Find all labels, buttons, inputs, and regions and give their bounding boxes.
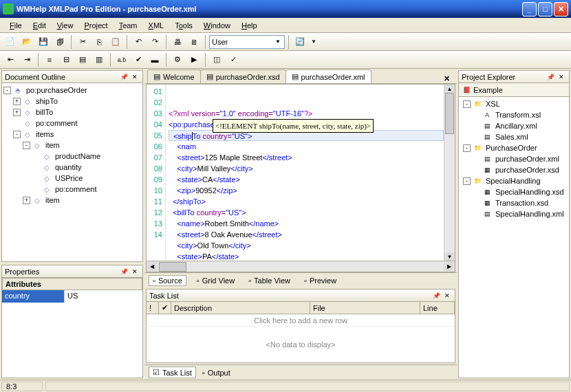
expand-icon[interactable]: - [463, 100, 471, 108]
menu-file[interactable]: File [4, 20, 28, 31]
expand-icon[interactable]: + [13, 98, 21, 105]
code-line[interactable]: <zip>90952</zip> [169, 185, 444, 196]
outline-label[interactable]: po:comment [54, 185, 98, 193]
scroll-down-arrow-icon[interactable]: ▼ [444, 252, 455, 261]
editor-tab[interactable]: ▤Welcome [147, 69, 201, 83]
menu-tools[interactable]: Tools [169, 20, 198, 31]
validate-button[interactable]: ✔ [131, 52, 146, 67]
property-value[interactable]: US [64, 290, 142, 303]
code-line[interactable]: <state>PA</state> [169, 251, 444, 261]
project-node[interactable]: ▦SpecialHandling.xsd [460, 186, 568, 197]
project-node[interactable]: ▤SpecialHandling.xml [460, 208, 568, 219]
open-button[interactable]: 📂 [19, 34, 34, 50]
project-node[interactable]: -📁XSL [460, 98, 568, 109]
code-line[interactable]: <city>Old Town</city> [169, 240, 444, 251]
expand-icon[interactable]: - [463, 144, 471, 152]
expand-icon[interactable]: - [463, 177, 471, 185]
format-button[interactable]: ≡ [42, 52, 57, 67]
menu-help[interactable]: Help [236, 20, 263, 31]
refresh-button[interactable]: 🔄 [292, 34, 308, 50]
project-node[interactable]: ▦Transaction.xsd [460, 197, 568, 208]
task-col-done[interactable]: ✔ [159, 302, 171, 314]
project-item-label[interactable]: SpecialHandling [484, 177, 542, 185]
paste-button[interactable]: 📋 [108, 34, 123, 50]
outline-node[interactable]: +◇item [3, 195, 141, 206]
print-button[interactable]: 🖶 [170, 34, 185, 50]
vertical-scrollbar[interactable]: ▲ ▼ [444, 85, 455, 261]
task-col-line[interactable]: Line [420, 302, 455, 314]
view-tab[interactable]: ▫Table View [245, 276, 294, 285]
project-item-label[interactable]: purchaseOrder.xml [494, 155, 561, 163]
outline-label[interactable]: po:purchaseOrder [25, 86, 89, 94]
outline-on-button[interactable]: ▤ [75, 52, 90, 67]
copy-button[interactable]: ⎘ [91, 34, 107, 50]
cut-button[interactable]: ✂ [75, 34, 90, 50]
menu-edit[interactable]: Edit [28, 20, 52, 31]
outline-label[interactable]: item [44, 141, 61, 149]
editor-tab[interactable]: ▤purchaseOrder.xml [286, 69, 371, 83]
text-tool-button[interactable]: a.b [114, 52, 129, 67]
outline-node[interactable]: ◇po:comment [3, 118, 141, 129]
bottom-tab[interactable]: ▫Output [199, 368, 234, 378]
view-tab[interactable]: ▫Source [149, 275, 186, 286]
schema-button[interactable]: ◫ [209, 52, 224, 67]
project-item-label[interactable]: purchaseOrder.xsd [494, 166, 561, 174]
save-all-button[interactable]: 🗐 [52, 34, 67, 50]
scroll-up-arrow-icon[interactable]: ▲ [444, 85, 455, 93]
project-node[interactable]: ▤Ancillary.xml [460, 120, 568, 131]
user-combo-input[interactable] [212, 38, 274, 46]
indent-right-button[interactable]: ⇥ [19, 52, 34, 67]
project-item-label[interactable]: SpecialHandling.xml [494, 210, 565, 218]
project-item-label[interactable]: Sales.xml [494, 133, 530, 141]
task-add-row[interactable]: Click here to add a new row [147, 314, 455, 327]
save-button[interactable]: 💾 [36, 34, 51, 50]
project-node[interactable]: -📁PurchaseOrder [460, 142, 568, 153]
expand-icon[interactable]: - [13, 131, 21, 138]
tab-close-icon[interactable]: ✕ [440, 74, 454, 83]
outline-off-button[interactable]: ▥ [91, 52, 107, 67]
code-line[interactable]: <city>Mill Valley</city> [169, 163, 444, 174]
redo-button[interactable]: ↷ [147, 34, 162, 50]
task-col-priority[interactable]: ! [147, 302, 159, 314]
chevron-down-icon[interactable]: ▼ [309, 39, 319, 45]
user-combo[interactable]: ▼ [209, 35, 285, 49]
project-item-label[interactable]: XSL [484, 100, 502, 108]
project-item-label[interactable]: Transaction.xsd [494, 199, 550, 207]
scroll-thumb[interactable] [159, 262, 186, 272]
project-node[interactable]: ATransform.xsl [460, 109, 568, 120]
outline-label[interactable]: shipTo [34, 97, 59, 105]
menu-view[interactable]: View [52, 20, 79, 31]
chevron-down-icon[interactable]: ▼ [274, 39, 282, 45]
outline-label[interactable]: item [44, 196, 61, 204]
properties-grid[interactable]: Attributes country US [2, 278, 142, 378]
project-node[interactable]: -📁SpecialHandling [460, 175, 568, 186]
transform-button[interactable]: ⚙ [170, 52, 185, 67]
outline-node[interactable]: -⬘po:purchaseOrder [3, 85, 141, 96]
new-button[interactable]: 📄 [3, 34, 18, 50]
project-tree[interactable]: -📁XSLATransform.xsl▤Ancillary.xml▤Sales.… [459, 97, 569, 378]
task-col-file[interactable]: File [310, 302, 420, 314]
expand-icon[interactable]: + [13, 109, 21, 116]
indent-left-button[interactable]: ⇤ [3, 52, 18, 67]
code-area[interactable]: <?xml version="1.0" encoding="UTF-16"?><… [166, 85, 444, 261]
outline-label[interactable]: USPrice [54, 174, 84, 182]
validate2-button[interactable]: ✓ [226, 52, 241, 67]
horizontal-scrollbar[interactable]: ◀ ▶ [146, 261, 455, 272]
code-line[interactable]: <street>8 Oak Avenue</street> [169, 229, 444, 240]
highlight-button[interactable]: ▬ [147, 52, 162, 67]
code-line[interactable]: <name>Robert Smith</name> [169, 218, 444, 229]
close-icon[interactable]: ✕ [557, 72, 566, 82]
menu-window[interactable]: Window [198, 20, 236, 31]
pin-icon[interactable]: 📌 [119, 267, 129, 276]
outline-node[interactable]: +◇billTo [3, 107, 141, 118]
view-tab[interactable]: ▫Grid View [193, 276, 238, 285]
print-preview-button[interactable]: 🗎 [186, 34, 202, 50]
task-col-description[interactable]: Description [171, 302, 310, 314]
expand-icon[interactable]: + [23, 197, 30, 204]
outline-node[interactable]: ◇productName [3, 151, 141, 162]
bottom-tab[interactable]: ☑Task List [149, 367, 196, 378]
menu-project[interactable]: Project [78, 20, 113, 31]
outline-node[interactable]: -◇item [3, 140, 141, 151]
menu-xml[interactable]: XML [143, 20, 170, 31]
project-item-label[interactable]: Transform.xsl [494, 111, 542, 119]
